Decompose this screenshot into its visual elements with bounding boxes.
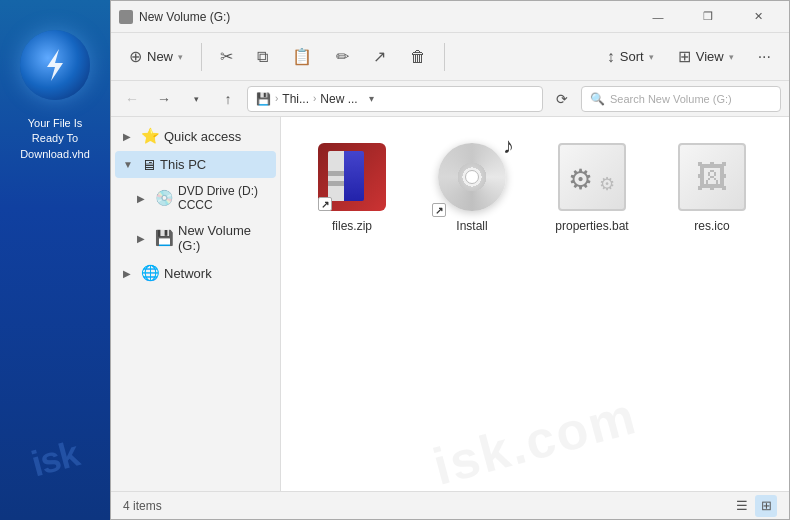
sidebar-item-dvd-drive[interactable]: ▶ 💿 DVD Drive (D:) CCCC — [115, 179, 276, 217]
addressbar: ← → ▾ ↑ 💾 › Thi... › New ... ▾ ⟳ 🔍 Searc… — [111, 81, 789, 117]
chevron-icon: ▼ — [123, 159, 137, 170]
window-title: New Volume (G:) — [139, 10, 230, 24]
sort-icon: ↕ — [607, 48, 615, 66]
quick-access-icon: ⭐ — [141, 127, 160, 145]
path-separator-2: › — [313, 93, 316, 104]
cd-icon — [438, 143, 506, 211]
sidebar-item-label: New Volume (G:) — [178, 223, 268, 253]
new-chevron-icon: ▾ — [178, 52, 183, 62]
chevron-icon: ▶ — [123, 131, 137, 142]
sidebar-label: Your File Is Ready To Download.vhd — [12, 116, 98, 162]
explorer-window: New Volume (G:) — ❒ ✕ ⊕ New ▾ ✂ ⧉ 📋 ✏ ↗ — [110, 0, 790, 520]
search-box[interactable]: 🔍 Search New Volume (G:) — [581, 86, 781, 112]
volume-icon: 💾 — [155, 229, 174, 247]
file-icon-bat: ⚙ ⚙ — [556, 141, 628, 213]
delete-icon: 🗑 — [410, 48, 426, 66]
sort-button[interactable]: ↕ Sort ▾ — [597, 43, 664, 71]
list-item[interactable]: 🖼 res.ico — [657, 133, 767, 241]
sidebar-item-label: Quick access — [164, 129, 268, 144]
nav-pane: ▶ ⭐ Quick access ▼ 🖥 This PC ▶ 💿 DVD Dri… — [111, 117, 281, 491]
sidebar-item-label: Network — [164, 266, 268, 281]
chevron-icon: ▶ — [123, 268, 137, 279]
grid-view-button[interactable]: ⊞ — [755, 495, 777, 517]
new-label: New — [147, 49, 173, 64]
window-controls: — ❒ ✕ — [635, 1, 781, 33]
toolbar-separator-1 — [201, 43, 202, 71]
view-label: View — [696, 49, 724, 64]
this-pc-icon: 🖥 — [141, 156, 156, 173]
delete-button[interactable]: 🗑 — [400, 43, 436, 71]
shortcut-badge: ↗ — [432, 203, 446, 217]
share-button[interactable]: ↗ — [363, 42, 396, 71]
new-button[interactable]: ⊕ New ▾ — [119, 42, 193, 71]
file-name: properties.bat — [555, 219, 628, 233]
toolbar: ⊕ New ▾ ✂ ⧉ 📋 ✏ ↗ 🗑 ↕ Sort ▾ ⊞ — [111, 33, 789, 81]
file-icon-zip: ↗ — [316, 141, 388, 213]
window-icon — [119, 10, 133, 24]
more-button[interactable]: ··· — [748, 43, 781, 71]
chevron-icon: ▶ — [137, 193, 151, 204]
file-icon-ico: 🖼 — [676, 141, 748, 213]
forward-button[interactable]: → — [151, 86, 177, 112]
cut-button[interactable]: ✂ — [210, 42, 243, 71]
file-name: res.ico — [694, 219, 729, 233]
bat-icon: ⚙ ⚙ — [558, 143, 626, 211]
gear-large-icon: ⚙ — [568, 163, 596, 191]
sort-chevron-icon: ▾ — [649, 52, 654, 62]
copy-button[interactable]: ⧉ — [247, 43, 278, 71]
ico-icon: 🖼 — [678, 143, 746, 211]
path-drive-icon: 💾 — [256, 92, 271, 106]
file-name: Install — [456, 219, 487, 233]
lightning-icon — [20, 30, 90, 100]
sidebar-item-network[interactable]: ▶ 🌐 Network — [115, 259, 276, 287]
view-icon: ⊞ — [678, 47, 691, 66]
search-icon: 🔍 — [590, 92, 605, 106]
search-placeholder: Search New Volume (G:) — [610, 93, 732, 105]
files-area: ↗ files.zip ♪ ↗ Install — [281, 117, 789, 491]
maximize-button[interactable]: ❒ — [685, 1, 731, 33]
gears-display: ⚙ ⚙ — [568, 163, 617, 191]
minimize-button[interactable]: — — [635, 1, 681, 33]
file-icon-cd: ♪ ↗ — [436, 141, 508, 213]
view-buttons: ☰ ⊞ — [731, 495, 777, 517]
rename-button[interactable]: ✏ — [326, 42, 359, 71]
close-button[interactable]: ✕ — [735, 1, 781, 33]
gear-small-icon: ⚙ — [599, 173, 617, 191]
file-name: files.zip — [332, 219, 372, 233]
sidebar-item-label: This PC — [160, 157, 268, 172]
ico-placeholder-icon: 🖼 — [696, 159, 728, 196]
shortcut-badge: ↗ — [318, 197, 332, 211]
sidebar-item-quick-access[interactable]: ▶ ⭐ Quick access — [115, 122, 276, 150]
titlebar-left: New Volume (G:) — [119, 10, 230, 24]
recent-locations-button[interactable]: ▾ — [183, 86, 209, 112]
more-icon: ··· — [758, 48, 771, 66]
back-button[interactable]: ← — [119, 86, 145, 112]
list-view-button[interactable]: ☰ — [731, 495, 753, 517]
cd-hole — [465, 170, 479, 184]
toolbar-separator-2 — [444, 43, 445, 71]
list-item[interactable]: ↗ files.zip — [297, 133, 407, 241]
network-icon: 🌐 — [141, 264, 160, 282]
sidebar-item-label: DVD Drive (D:) CCCC — [178, 184, 268, 212]
svg-marker-0 — [47, 49, 63, 81]
content-area: ▶ ⭐ Quick access ▼ 🖥 This PC ▶ 💿 DVD Dri… — [111, 117, 789, 491]
dvd-icon: 💿 — [155, 189, 174, 207]
address-path[interactable]: 💾 › Thi... › New ... ▾ — [247, 86, 543, 112]
sidebar-item-this-pc[interactable]: ▼ 🖥 This PC — [115, 151, 276, 178]
paste-button[interactable]: 📋 — [282, 42, 322, 71]
share-icon: ↗ — [373, 47, 386, 66]
left-panel: Your File Is Ready To Download.vhd isk — [0, 0, 110, 520]
sidebar-item-new-volume[interactable]: ▶ 💾 New Volume (G:) — [115, 218, 276, 258]
view-chevron-icon: ▾ — [729, 52, 734, 62]
rename-icon: ✏ — [336, 47, 349, 66]
view-button[interactable]: ⊞ View ▾ — [668, 42, 744, 71]
path-dropdown-icon[interactable]: ▾ — [362, 86, 382, 112]
sort-label: Sort — [620, 49, 644, 64]
path-part-1: Thi... — [282, 92, 309, 106]
list-item[interactable]: ⚙ ⚙ properties.bat — [537, 133, 647, 241]
refresh-button[interactable]: ⟳ — [549, 86, 575, 112]
path-part-2: New ... — [320, 92, 357, 106]
up-button[interactable]: ↑ — [215, 86, 241, 112]
list-item[interactable]: ♪ ↗ Install — [417, 133, 527, 241]
paste-icon: 📋 — [292, 47, 312, 66]
